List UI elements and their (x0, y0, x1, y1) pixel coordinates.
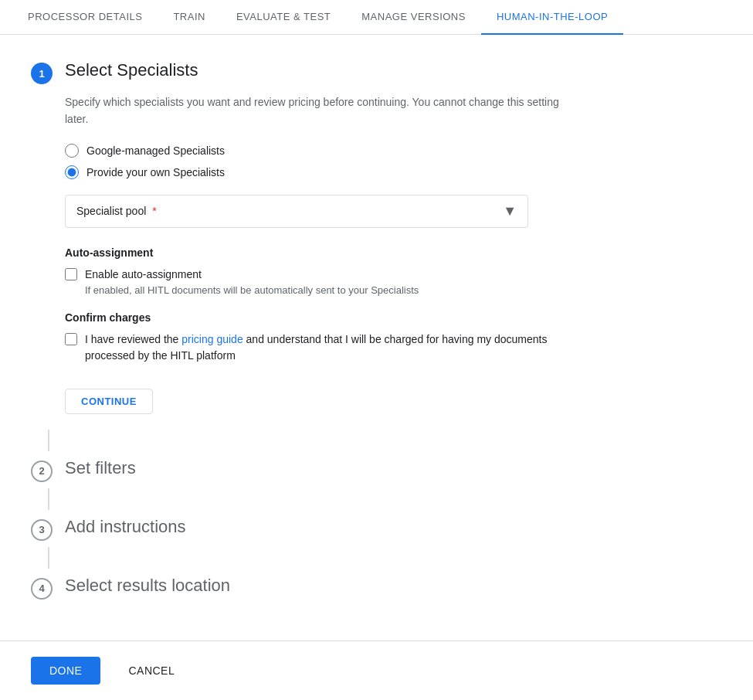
radio-provide-own-label: Provide your own Specialists (86, 166, 225, 178)
tab-manage-versions[interactable]: MANAGE VERSIONS (346, 0, 481, 35)
confirm-charges-text-before: I have reviewed the (85, 333, 181, 345)
bottom-buttons: DONE CANCEL (0, 641, 753, 700)
radio-google-managed[interactable]: Google-managed Specialists (65, 144, 587, 158)
pricing-guide-link[interactable]: pricing guide (181, 333, 243, 345)
step-4-title: Select results location (65, 575, 230, 597)
step-1-title: Select Specialists (65, 59, 198, 82)
dropdown-arrow-icon: ▼ (503, 203, 517, 219)
confirm-charges-text: I have reviewed the pricing guide and un… (85, 331, 587, 364)
continue-button[interactable]: CONTINUE (65, 389, 153, 414)
tab-evaluate-test[interactable]: EVALUATE & TEST (221, 0, 346, 35)
connector-2-3 (48, 488, 49, 510)
nav-tabs: PROCESSOR DETAILS TRAIN EVALUATE & TEST … (0, 0, 753, 35)
step-3-title: Add instructions (65, 516, 186, 539)
confirm-charges-group: Confirm charges I have reviewed the pric… (65, 311, 587, 364)
main-content: 1 Select Specialists Specify which speci… (0, 35, 618, 630)
auto-assignment-label: Auto-assignment (65, 246, 587, 259)
tab-train[interactable]: TRAIN (158, 0, 221, 35)
step-1-description: Specify which specialists you want and r… (65, 93, 559, 128)
auto-assignment-checkbox[interactable] (65, 268, 77, 280)
specialist-type-radio-group: Google-managed Specialists Provide your … (65, 144, 587, 179)
auto-assignment-checkbox-label: Enable auto-assignment (85, 267, 419, 283)
tab-human-in-the-loop[interactable]: HUMAN-IN-THE-LOOP (481, 0, 623, 35)
confirm-charges-label: Confirm charges (65, 311, 587, 324)
connector-1-2 (48, 430, 49, 451)
confirm-charges-checkbox-item[interactable]: I have reviewed the pricing guide and un… (65, 331, 587, 364)
auto-assignment-checkbox-item[interactable]: Enable auto-assignment If enabled, all H… (65, 267, 587, 296)
connector-3-4 (48, 547, 49, 569)
step-2-title: Set filters (65, 457, 136, 480)
radio-google-managed-input[interactable] (65, 144, 79, 158)
specialist-pool-dropdown[interactable]: Specialist pool * ▼ (65, 195, 528, 228)
step-2-badge: 2 (31, 460, 53, 482)
tab-processor-details[interactable]: PROCESSOR DETAILS (12, 0, 158, 35)
step-1: 1 Select Specialists (31, 59, 587, 84)
confirm-charges-checkbox[interactable] (65, 333, 77, 345)
auto-assignment-sublabel: If enabled, all HITL documents will be a… (85, 284, 419, 296)
step-4-badge: 4 (31, 578, 53, 600)
step-1-body: Specify which specialists you want and r… (65, 93, 587, 414)
step-3-badge: 3 (31, 519, 53, 541)
radio-provide-own-input[interactable] (65, 165, 79, 179)
step-1-badge: 1 (31, 63, 53, 84)
specialist-pool-wrapper: Specialist pool * ▼ (65, 195, 587, 228)
specialist-pool-placeholder: Specialist pool * (76, 205, 157, 217)
cancel-button[interactable]: CANCEL (110, 657, 193, 685)
step-3: 3 Add instructions (31, 516, 587, 541)
done-button[interactable]: DONE (31, 657, 100, 685)
auto-assignment-group: Auto-assignment Enable auto-assignment I… (65, 246, 587, 296)
radio-provide-own[interactable]: Provide your own Specialists (65, 165, 587, 179)
step-4: 4 Select results location (31, 575, 587, 600)
radio-google-managed-label: Google-managed Specialists (86, 144, 225, 157)
step-2: 2 Set filters (31, 457, 587, 482)
required-marker: * (149, 205, 156, 217)
auto-assignment-text: Enable auto-assignment If enabled, all H… (85, 267, 419, 296)
